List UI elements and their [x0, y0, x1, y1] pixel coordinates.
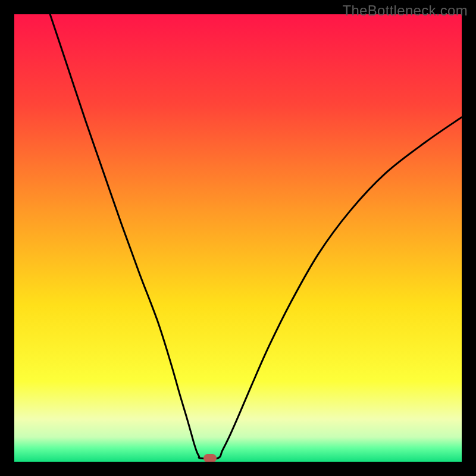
chart-frame: TheBottleneck.com: [0, 0, 476, 476]
watermark-text: TheBottleneck.com: [342, 2, 468, 19]
plot-area: [14, 14, 462, 462]
optimum-marker: [203, 454, 217, 462]
gradient-background: [14, 14, 462, 462]
chart-svg: [14, 14, 462, 462]
